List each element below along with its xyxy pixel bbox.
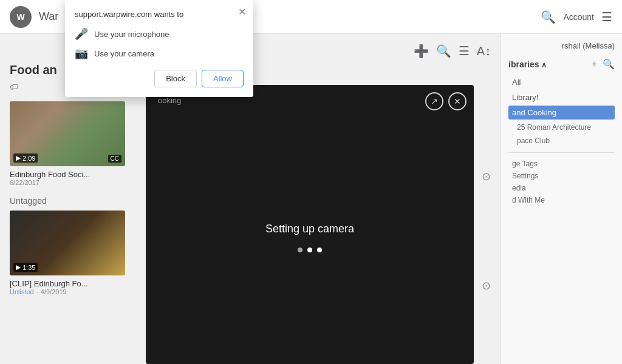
library-item-2[interactable]: 25 Roman Architecture — [508, 121, 615, 134]
popup-mic-item: 🎤 Use your microphone — [75, 27, 244, 41]
video-title-2: [CLIP] Edinburgh Fo... — [10, 279, 88, 288]
video-duration-2: ▶1:35 — [13, 263, 38, 272]
settings-item-2[interactable]: edia — [508, 182, 615, 194]
video-cc-badge-1: CC — [108, 155, 121, 163]
add-icon[interactable]: ➕ — [414, 44, 429, 58]
library-item-1[interactable]: and Cooking — [508, 106, 615, 120]
video-date-2: · — [36, 288, 38, 295]
camera-external-link-icon[interactable]: ↗ — [425, 92, 443, 110]
video-date-2-val: 4/9/2019 — [41, 288, 67, 295]
sidebar-divider — [508, 152, 615, 153]
settings-item-1[interactable]: Settings — [508, 170, 615, 182]
nav-logo: W — [10, 6, 32, 28]
account-button[interactable]: Account — [563, 12, 594, 22]
popup-mic-label: Use your microphone — [94, 30, 169, 39]
camera-dot-2 — [307, 248, 312, 252]
camera-loading-dots — [298, 248, 322, 252]
camera-modal-title: ooking — [158, 96, 181, 105]
camera-close-icon[interactable]: ✕ — [448, 92, 466, 110]
library-item-3[interactable]: pace Club — [508, 134, 615, 147]
list-view-icon[interactable]: ☰ — [459, 44, 470, 58]
camera-dot-1 — [298, 248, 302, 252]
video-duration-1: ▶2:09 — [13, 153, 38, 163]
nav-title: War — [39, 10, 58, 23]
library-actions: ＋ 🔍 — [589, 58, 615, 70]
video-more-button-2[interactable]: ⊙ — [482, 279, 491, 292]
unlisted-badge: Unlisted — [10, 288, 34, 295]
camera-content: Setting up camera — [265, 110, 354, 364]
library-add-button[interactable]: ＋ — [589, 58, 599, 70]
popup-camera-label: Use your camera — [94, 49, 154, 58]
video-title-1: Edinburgh Food Soci... — [10, 170, 90, 179]
library-item-0[interactable]: Library! — [508, 90, 615, 104]
user-label: rshall (Melissa) — [508, 41, 615, 50]
right-sidebar: rshall (Melissa) ibraries ∧ ＋ 🔍 All Libr… — [501, 34, 622, 364]
tag-icon: 🏷 — [10, 82, 18, 92]
video-date-1: 6/22/2017 — [10, 179, 90, 186]
video-more-button-1[interactable]: ⊙ — [482, 170, 491, 183]
library-title: ibraries ∧ — [508, 59, 547, 69]
library-header: ibraries ∧ ＋ 🔍 — [508, 58, 615, 70]
video-thumbnail-2[interactable]: ▶1:35 — [10, 211, 125, 275]
camera-modal: ooking ↗ ✕ Setting up camera — [146, 85, 474, 364]
settings-item-3[interactable]: d With Me — [508, 194, 615, 206]
popup-actions: Block Allow — [75, 70, 244, 87]
popup-close-button[interactable]: ✕ — [238, 6, 246, 18]
library-item-all[interactable]: All — [508, 75, 615, 89]
sort-icon[interactable]: A↕ — [477, 44, 491, 58]
permission-popup: ✕ support.warpwire.com wants to 🎤 Use yo… — [65, 0, 253, 97]
block-button[interactable]: Block — [154, 70, 197, 87]
microphone-icon: 🎤 — [75, 27, 88, 41]
search-toolbar-icon[interactable]: 🔍 — [436, 44, 451, 58]
video-thumbnail-1[interactable]: ▶2:09 CC — [10, 101, 125, 166]
library-search-button[interactable]: 🔍 — [603, 58, 615, 70]
allow-button[interactable]: Allow — [202, 70, 244, 87]
camera-status-text: Setting up camera — [265, 223, 354, 235]
settings-item-0[interactable]: ge Tags — [508, 158, 615, 170]
camera-dot-3 — [317, 248, 322, 252]
popup-camera-item: 📷 Use your camera — [75, 47, 244, 60]
menu-icon[interactable]: ☰ — [601, 10, 612, 24]
popup-title: support.warpwire.com wants to — [75, 10, 244, 19]
camera-icon: 📷 — [75, 47, 88, 60]
search-icon[interactable]: 🔍 — [541, 10, 556, 24]
